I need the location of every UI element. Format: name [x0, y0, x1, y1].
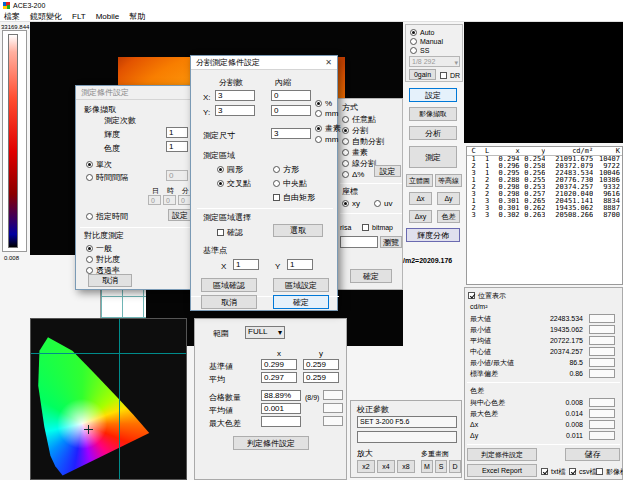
zoom-x4-button[interactable]: x4 [377, 460, 395, 473]
luminance-count-input[interactable]: 1 [166, 127, 188, 138]
spec-time-set-button[interactable]: 設定 [168, 209, 192, 221]
txt-file-checkbox[interactable]: txt檔 [541, 467, 565, 476]
csv-file-checkbox[interactable]: csv檔 [569, 467, 597, 476]
table-row[interactable]: 330.3020.26320508.2668700 [467, 212, 622, 219]
menu-lens-change[interactable]: 鏡頭變化 [30, 11, 62, 22]
delta-x-button[interactable]: Δx [409, 192, 432, 205]
inset-percent-radio[interactable]: % [315, 99, 332, 108]
stat-box[interactable] [589, 336, 615, 345]
measure-button[interactable]: 測定 [409, 146, 457, 168]
chroma-count-input[interactable]: 1 [166, 141, 188, 152]
stat-box[interactable] [589, 358, 615, 367]
mode-set-button[interactable]: 設定 [374, 165, 401, 177]
hour-input[interactable]: 0 [163, 195, 176, 205]
interval-radio[interactable]: 時間間隔 [86, 173, 128, 182]
luminance-dist-button[interactable]: 輝度分佈 [406, 228, 460, 242]
multi-s-button[interactable]: S [435, 460, 447, 473]
camera-preview[interactable] [464, 22, 623, 143]
menu-help[interactable]: 幫助 [129, 11, 145, 22]
size-mm-radio[interactable]: mm [315, 135, 338, 144]
contour-button[interactable]: 等高線 [435, 174, 462, 187]
table-row[interactable]: 310.2950.25622483.53410046 [467, 170, 622, 177]
delta-y-button[interactable]: Δy [437, 192, 460, 205]
square-radio[interactable]: 方形 [273, 165, 299, 174]
menu-file[interactable]: 檔案 [4, 11, 20, 22]
inset-mm-radio[interactable]: mm [315, 109, 338, 118]
spec-time-radio[interactable]: 指定時間 [86, 212, 128, 221]
judge-condition-button[interactable]: 判定條件設定 [467, 448, 537, 461]
zoom-x8-button[interactable]: x8 [397, 460, 415, 473]
ref-x-input[interactable]: 0.299 [261, 359, 297, 370]
interval-input[interactable]: 0 [166, 170, 188, 181]
cross-point-radio[interactable]: 交叉點 [217, 179, 251, 188]
color-diff-button[interactable]: 色差 [437, 210, 460, 223]
mode-ok-button[interactable]: 確定 [350, 269, 392, 283]
circle-radio[interactable]: 圓形 [217, 165, 243, 174]
table-row[interactable]: 320.2980.25721020.0409616 [467, 191, 622, 198]
close-icon[interactable]: ✕ [325, 58, 332, 67]
confirm-checkbox[interactable]: 確認 [217, 228, 243, 237]
measure-size-input[interactable]: 3 [271, 128, 311, 139]
mode-option-split[interactable]: 分割 [342, 126, 368, 135]
menu-flt[interactable]: FLT [72, 12, 86, 21]
table-row[interactable]: 210.2960.25820372.0799722 [467, 163, 622, 170]
position-display-checkbox[interactable]: 位置表示 [468, 291, 506, 300]
avg-x-input[interactable]: 0.297 [261, 372, 297, 383]
dialog-title-bar[interactable]: 分割測定條件設定 ✕ [191, 56, 337, 70]
analyze-button[interactable]: 分析 [409, 126, 457, 140]
mode-option-any[interactable]: 任意點 [342, 115, 376, 124]
browse-path-input[interactable] [340, 236, 378, 248]
bitmap-checkbox[interactable]: bitmap [362, 223, 393, 232]
solid-view-button[interactable]: 立體圖 [406, 174, 433, 187]
exposure-manual-radio[interactable]: Manual [410, 37, 443, 46]
size-pixel-radio[interactable]: 畫素 [315, 124, 341, 133]
shutter-dropdown[interactable]: 1/8 292▾ [409, 56, 460, 67]
delta-xy-button[interactable]: Δxy [409, 210, 432, 223]
pick-button[interactable]: 選取 [273, 224, 323, 237]
exposure-ss-radio[interactable]: SS [410, 46, 429, 55]
browse-button[interactable]: 瀏覽 [380, 236, 402, 248]
base-y-input[interactable]: 1 [287, 259, 313, 270]
stat-box[interactable] [589, 347, 615, 356]
day-input[interactable]: 0 [148, 195, 161, 205]
area-set-button[interactable]: 區域設定 [273, 278, 329, 292]
mode-option-linesplit[interactable]: 線分割 [342, 159, 376, 168]
stat-box[interactable] [589, 314, 615, 323]
set-button[interactable]: 設定 [409, 88, 457, 102]
judge-condition-button[interactable]: 判定條件設定 [233, 436, 309, 450]
x-split-input[interactable]: 3 [215, 90, 255, 101]
zero-gain-button[interactable]: 0gain [409, 69, 436, 80]
coord-option-uv[interactable]: uv [374, 199, 392, 208]
dr-checkbox[interactable]: DR [440, 71, 460, 80]
multi-m-button[interactable]: M [421, 460, 433, 473]
zoom-x2-button[interactable]: x2 [357, 460, 375, 473]
menu-mobile[interactable]: Mobile [96, 12, 120, 21]
ok-button[interactable]: 確定 [273, 295, 329, 309]
single-radio[interactable]: 單次 [86, 160, 112, 169]
center-point-radio[interactable]: 中央點 [273, 179, 307, 188]
free-rect-checkbox[interactable]: 自由矩形 [273, 193, 315, 202]
ref-y-input[interactable]: 0.259 [303, 359, 339, 370]
cancel-button[interactable]: 取消 [88, 274, 132, 287]
table-row[interactable]: 110.2940.25421091.67510407 [467, 156, 622, 163]
range-dropdown[interactable]: FULL▾ [245, 326, 285, 339]
image-file-checkbox[interactable]: 影像檔 [596, 467, 623, 476]
contrast-radio[interactable]: 對比度 [86, 255, 120, 264]
exposure-auto-radio[interactable]: Auto [410, 28, 434, 37]
multi-d-button[interactable]: D [449, 460, 461, 473]
cancel-button[interactable]: 取消 [201, 295, 257, 309]
table-row[interactable]: 220.2980.25320374.2579332 [467, 184, 622, 191]
stat-box[interactable] [589, 409, 615, 418]
stat-box[interactable] [589, 398, 615, 407]
mode-option-pixel[interactable]: 畫素 [342, 148, 368, 157]
stat-box[interactable] [589, 420, 615, 429]
stat-box[interactable] [589, 369, 615, 378]
mode-option-delta[interactable]: Δ% [342, 170, 364, 179]
stat-box[interactable] [589, 431, 615, 440]
save-button[interactable]: 儲存 [565, 448, 620, 461]
y-inset-input[interactable]: 0 [271, 105, 311, 116]
cie-diagram-panel[interactable] [30, 318, 187, 480]
excel-report-button[interactable]: Excel Report [467, 464, 537, 477]
capture-button[interactable]: 影像擷取 [409, 107, 457, 121]
x-inset-input[interactable]: 0 [271, 90, 311, 101]
